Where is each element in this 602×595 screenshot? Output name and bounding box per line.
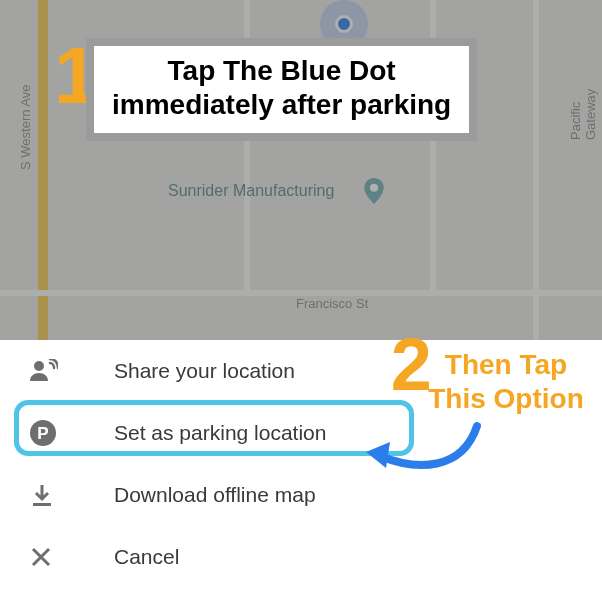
download-icon [30, 483, 76, 507]
sheet-item-cancel-label: Cancel [114, 545, 179, 569]
svg-rect-4 [33, 503, 51, 506]
share-location-icon [30, 359, 76, 383]
instruction-step2: Then Tap This Option [426, 348, 586, 415]
svg-text:P: P [37, 424, 48, 443]
svg-point-1 [34, 361, 44, 371]
instruction-step2-line1: Then Tap [426, 348, 586, 382]
step-2-number: 2 [391, 328, 428, 402]
sheet-item-cancel[interactable]: Cancel [0, 526, 602, 588]
instruction-line1: Tap The Blue Dot [112, 54, 451, 88]
step-1-number: 1 [54, 36, 95, 116]
sheet-item-download-label: Download offline map [114, 483, 316, 507]
close-icon [30, 546, 76, 568]
sheet-item-parking-label: Set as parking location [114, 421, 326, 445]
instruction-step2-line2: This Option [426, 382, 586, 416]
instruction-line2: immediately after parking [112, 88, 451, 122]
sheet-item-share-label: Share your location [114, 359, 295, 383]
instruction-step1: Tap The Blue Dot immediately after parki… [94, 46, 469, 133]
sheet-item-download[interactable]: Download offline map [0, 464, 602, 526]
parking-icon: P [30, 420, 76, 446]
